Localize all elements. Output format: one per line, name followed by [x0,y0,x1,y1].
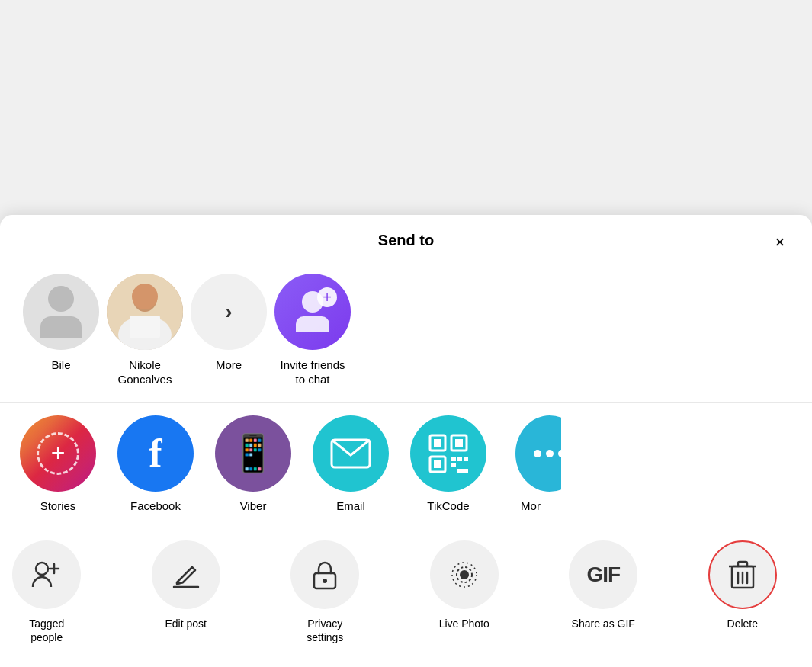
action-delete[interactable]: Delete [673,540,813,644]
sheet-title: Send to [378,232,434,249]
person-body [40,316,82,338]
edit-icon-circle [152,540,220,609]
svg-rect-15 [451,457,456,461]
facebook-icon: f [117,415,194,492]
person-head [48,286,74,312]
chevron-right-icon: › [225,300,232,324]
svg-point-27 [460,570,469,579]
viber-phone-icon: 📱 [230,432,276,475]
share-gif-label: Share as GIF [572,617,635,630]
stories-icon: + [20,415,96,492]
actions-row: Taggedpeople Edit post [0,528,812,652]
actions-row-wrapper: Taggedpeople Edit post [0,528,812,652]
svg-rect-17 [464,457,468,461]
app-stories[interactable]: + Stories [12,415,104,512]
contact-invite[interactable]: + Invite friendsto chat [274,274,351,387]
tagged-label: Taggedpeople [29,617,64,644]
dot-3 [558,450,561,457]
action-live-photo[interactable]: Live Photo [395,540,534,644]
stories-plus-icon: + [37,432,79,475]
gif-text-icon: GIF [586,563,620,587]
svg-rect-14 [434,460,441,468]
svg-rect-12 [455,439,463,447]
action-share-gif[interactable]: GIF Share as GIF [534,540,673,644]
nikole-label: NikoleGoncalves [118,358,172,387]
svg-rect-16 [457,457,462,461]
gif-icon-circle: GIF [569,540,637,609]
edit-post-label: Edit post [165,617,207,630]
email-icon [313,415,389,492]
delete-label: Delete [727,617,758,630]
app-more[interactable]: Mor [500,415,561,512]
live-photo-label: Live Photo [439,617,489,630]
svg-rect-18 [451,463,456,467]
tikcode-label: TikCode [427,499,469,512]
viber-label: Viber [240,499,267,512]
app-email[interactable]: Email [305,415,396,512]
contact-more[interactable]: › More [191,274,267,373]
stories-label: Stories [40,499,76,512]
svg-rect-7 [130,316,160,338]
dot-2 [546,450,554,457]
contact-nikole[interactable]: NikoleGoncalves [107,274,183,387]
action-tagged[interactable]: Taggedpeople [0,540,117,644]
viber-icon: 📱 [215,415,291,492]
invite-label: Invite friendsto chat [280,358,345,387]
more-avatar: › [191,274,267,350]
live-photo-icon-circle [430,540,499,609]
action-edit-post[interactable]: Edit post [117,540,256,644]
more-apps-icon [515,415,561,492]
contact-bile[interactable]: Bile [23,274,99,373]
tikcode-icon [410,415,486,492]
apps-row: + Stories f Facebook 📱 Viber [0,403,812,528]
svg-rect-19 [457,469,468,473]
privacy-icon-circle [290,540,359,609]
contacts-row: Bile Ni [0,261,812,402]
bile-avatar [23,274,99,350]
more-apps-label: Mor [521,499,541,512]
app-viber[interactable]: 📱 Viber [207,415,299,512]
send-to-sheet: Send to × Bile [0,215,812,667]
delete-icon-circle [708,540,777,609]
dot-1 [534,450,541,457]
person-placeholder-icon [40,286,82,338]
nikole-avatar [107,274,183,350]
nikole-photo [107,274,183,350]
svg-point-26 [323,579,327,583]
app-facebook[interactable]: f Facebook [110,415,201,512]
facebook-f-icon: f [149,434,162,473]
email-label: Email [336,499,365,512]
bile-label: Bile [51,358,70,373]
sheet-header: Send to × [0,215,812,261]
app-tikcode[interactable]: TikCode [403,415,494,512]
svg-rect-10 [434,439,441,447]
close-button[interactable]: × [766,229,794,256]
svg-point-20 [36,563,48,575]
invite-avatar: + [274,274,351,350]
tagged-icon-circle [12,540,81,609]
more-label: More [216,358,242,373]
action-privacy[interactable]: Privacysettings [255,540,395,644]
privacy-label: Privacysettings [307,617,343,644]
facebook-label: Facebook [130,499,181,512]
svg-point-5 [132,284,158,309]
more-dots-icon [534,450,561,457]
